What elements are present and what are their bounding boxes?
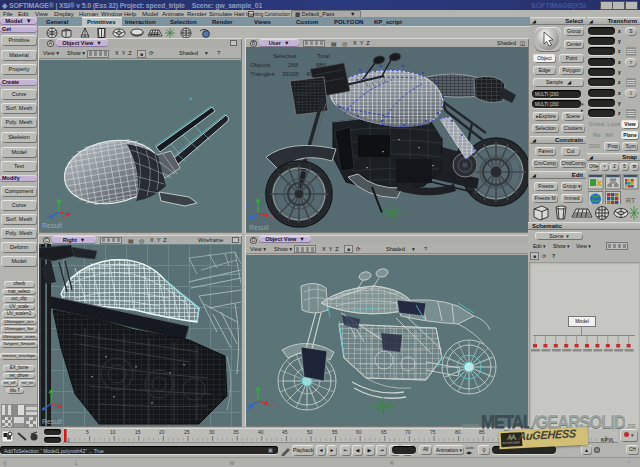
svg-text:25: 25: [184, 429, 190, 435]
svg-text:65: 65: [381, 429, 387, 435]
svg-text:80: 80: [455, 429, 461, 435]
svg-text:5: 5: [86, 429, 89, 435]
svg-text:35: 35: [233, 429, 239, 435]
svg-text:75: 75: [430, 429, 436, 435]
svg-text:Y: Y: [261, 193, 264, 198]
svg-text:70: 70: [405, 429, 411, 435]
svg-text:39208: 39208: [282, 71, 299, 77]
svg-text:45: 45: [282, 429, 288, 435]
svg-text:Z: Z: [247, 203, 250, 208]
svg-text:268: 268: [288, 62, 299, 68]
svg-text:50: 50: [307, 429, 313, 435]
svg-text:55: 55: [332, 429, 338, 435]
svg-text:Selected: Selected: [273, 53, 296, 59]
svg-text:10: 10: [110, 429, 116, 435]
svg-text:X: X: [270, 216, 273, 221]
svg-text:60: 60: [356, 429, 362, 435]
svg-text:X: X: [270, 404, 273, 409]
svg-text:Triangles: Triangles: [250, 71, 274, 77]
svg-text:Z: Z: [247, 407, 250, 412]
svg-text:Objects: Objects: [250, 62, 270, 68]
svg-text:●: ●: [189, 95, 192, 101]
svg-text:Total: Total: [317, 53, 330, 59]
svg-text:40: 40: [258, 429, 264, 435]
svg-text:RT: RT: [626, 197, 636, 204]
svg-text:Y: Y: [261, 381, 264, 386]
svg-text:15: 15: [135, 429, 141, 435]
svg-text:1: 1: [67, 438, 70, 443]
svg-text:30: 30: [209, 429, 215, 435]
svg-text:20: 20: [159, 429, 165, 435]
